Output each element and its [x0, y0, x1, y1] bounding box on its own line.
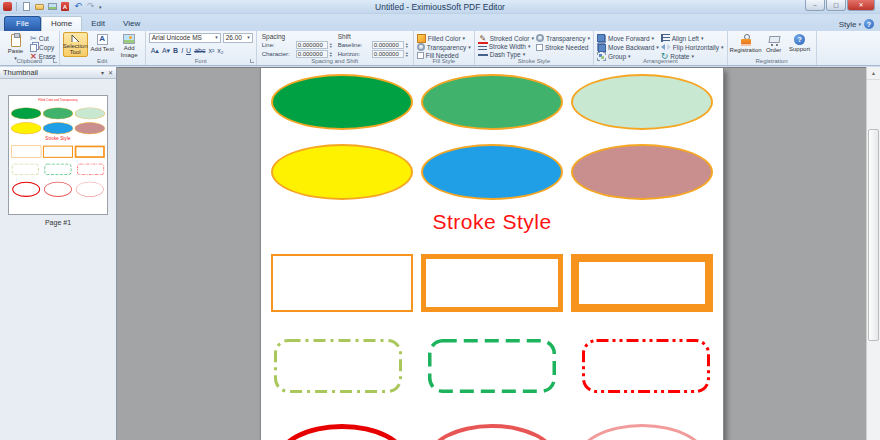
add-image-button[interactable]: Add Image	[117, 32, 142, 57]
paste-button[interactable]: Paste ▾	[3, 32, 28, 57]
copy-button[interactable]: Copy	[30, 43, 56, 51]
flip-horizontally-button[interactable]: Flip Horizontally ▾	[661, 43, 724, 51]
stroke-width-button[interactable]: Stroke Width ▾	[478, 43, 534, 50]
move-forward-button[interactable]: Move Forward ▾	[597, 34, 659, 42]
document-stroke-rect-1[interactable]	[43, 146, 73, 158]
maximize-button[interactable]: ▢	[826, 0, 846, 11]
font-family-combo[interactable]: Arial Unicode MS ▾	[149, 33, 221, 43]
stroked-color-button[interactable]: ✎ Stroked Color ▾	[478, 34, 534, 42]
scroll-up-icon[interactable]: ▲	[867, 67, 880, 80]
line-spacing-input[interactable]: 0.000000	[296, 41, 328, 49]
cut-button[interactable]: ✂ Cut	[30, 34, 56, 42]
order-button[interactable]: Order	[763, 32, 785, 57]
qat-customize-icon[interactable]: ▾	[99, 4, 102, 10]
document-ellipse-3[interactable]	[11, 122, 41, 134]
vertical-scrollbar[interactable]: ▲	[866, 67, 880, 440]
undo-icon[interactable]: ↶	[73, 2, 83, 12]
support-button[interactable]: ? Support	[787, 32, 813, 57]
panel-menu-icon[interactable]: ▾	[101, 70, 104, 76]
document-ellipse-4[interactable]	[43, 122, 73, 134]
tab-edit[interactable]: Edit	[82, 17, 114, 31]
style-menu-label: Style	[839, 20, 857, 29]
copy-label: Copy	[39, 44, 54, 51]
document-stroke-rect-0[interactable]	[11, 146, 41, 158]
spinner-arrows[interactable]: ▴▾	[406, 42, 408, 48]
filled-color-button[interactable]: Filled Color ▾	[417, 34, 471, 42]
spinner-arrows[interactable]: ▴▾	[330, 42, 332, 48]
minimize-button[interactable]: –	[805, 0, 825, 11]
move-backward-button[interactable]: Move Backward ▾	[597, 43, 659, 51]
group-stroke-style: ✎ Stroked Color ▾ Stroke Width ▾ Dash Ty…	[475, 31, 594, 65]
document-red-ellipse-0[interactable]	[12, 182, 40, 197]
open-file-icon[interactable]	[34, 2, 44, 12]
scrollbar-thumb[interactable]	[868, 129, 879, 341]
tab-home[interactable]: Home	[41, 16, 82, 31]
stroke-section-title[interactable]: Stroke Style	[261, 210, 723, 234]
document-ellipse-0[interactable]	[11, 107, 41, 119]
help-icon[interactable]: ?	[864, 19, 874, 29]
tab-view[interactable]: View	[114, 17, 149, 31]
superscript-button[interactable]: x²	[208, 47, 214, 54]
subscript-button[interactable]: x₂	[217, 47, 223, 54]
document-ellipse-5[interactable]	[571, 144, 713, 200]
document-red-ellipse-1[interactable]	[44, 182, 72, 197]
document-ellipse-0[interactable]	[271, 74, 413, 130]
baseline-shift-input[interactable]: 0.000000	[372, 41, 404, 49]
document-stroke-rect-2[interactable]	[75, 146, 105, 158]
dialog-launcher-icon[interactable]	[53, 59, 57, 63]
document-red-ellipse-2[interactable]	[576, 424, 708, 440]
registration-button[interactable]: Registration	[731, 32, 761, 57]
add-image-icon	[123, 34, 135, 44]
fill-section-title[interactable]: Filled Color and Transparency	[9, 99, 107, 102]
document-ellipse-3[interactable]	[271, 144, 413, 200]
panel-close-icon[interactable]: ✕	[108, 70, 113, 76]
document-dashed-rect-1[interactable]	[427, 338, 557, 394]
document-ellipse-4[interactable]	[421, 144, 563, 200]
redo-icon[interactable]: ↶	[86, 2, 96, 12]
document-dashed-rect-0[interactable]	[273, 338, 403, 394]
new-document-icon[interactable]	[21, 2, 31, 12]
document-ellipse-1[interactable]	[43, 107, 73, 119]
group-edit: Selection Tool A Add Text Add Image Edit	[60, 31, 146, 65]
italic-button[interactable]: I	[181, 47, 183, 54]
tab-file[interactable]: File	[4, 16, 41, 31]
stroke-needed-checkbox[interactable]	[536, 44, 543, 51]
document-dashed-rect-2[interactable]	[77, 163, 105, 175]
document-dashed-rect-0[interactable]	[12, 163, 40, 175]
add-text-button[interactable]: A Add Text	[90, 32, 115, 57]
document-red-ellipse-2[interactable]	[76, 182, 104, 197]
style-menu[interactable]: Style ▾	[839, 20, 861, 29]
stroke-transparency-button[interactable]: Transparency ▾	[536, 34, 590, 42]
app-logo-icon[interactable]	[3, 2, 12, 11]
document-red-ellipse-0[interactable]	[276, 424, 408, 440]
document-ellipse-2[interactable]	[571, 74, 713, 130]
dialog-launcher-icon[interactable]	[250, 59, 254, 63]
pdf-page[interactable]: Filled Color and Transparency Stroke Sty…	[260, 68, 724, 440]
document-stroke-rect-0[interactable]	[271, 254, 413, 312]
document-stroke-rect-2[interactable]	[571, 254, 713, 312]
document-ellipse-1[interactable]	[421, 74, 563, 130]
strikethrough-button[interactable]: abc	[194, 47, 205, 54]
document-dashed-rect-2[interactable]	[581, 338, 711, 394]
save-file-icon[interactable]	[47, 2, 57, 12]
document-ellipse-5[interactable]	[75, 122, 105, 134]
page-thumbnail[interactable]: Filled Color and Transparency Stroke Sty…	[8, 95, 108, 215]
export-pdf-icon[interactable]: A	[60, 2, 70, 12]
grow-font-button[interactable]: A▴	[151, 47, 159, 54]
align-left-button[interactable]: Align Left ▾	[661, 34, 724, 42]
stroke-needed-checkbox-row[interactable]: Stroke Needed	[536, 43, 590, 51]
selection-tool-button[interactable]: Selection Tool	[63, 32, 88, 57]
stroke-section-title[interactable]: Stroke Style	[9, 136, 107, 141]
bold-button[interactable]: B	[173, 47, 178, 54]
document-red-ellipse-1[interactable]	[426, 424, 558, 440]
close-button[interactable]: ✕	[847, 0, 875, 11]
underline-button[interactable]: U	[186, 47, 191, 54]
document-ellipse-2[interactable]	[75, 107, 105, 119]
document-stroke-rect-1[interactable]	[421, 254, 563, 312]
fill-transparency-button[interactable]: Transparency ▾	[417, 43, 471, 51]
shrink-font-button[interactable]: A▾	[162, 47, 170, 54]
document-canvas[interactable]: Filled Color and Transparency Stroke Sty…	[117, 67, 866, 440]
document-dashed-rect-1[interactable]	[44, 163, 72, 175]
font-size-combo[interactable]: 26.00 ▾	[223, 33, 253, 43]
spacing-header: Spacing	[262, 33, 332, 40]
